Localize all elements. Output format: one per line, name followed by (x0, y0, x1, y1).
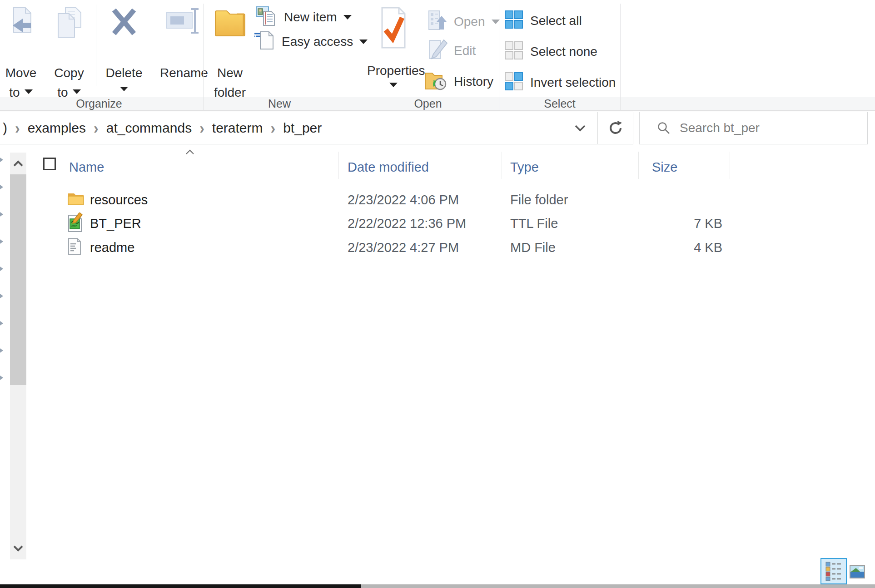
folder-icon (67, 192, 85, 208)
tree-expand-icon[interactable] (0, 183, 3, 191)
new-item-button[interactable]: New item (256, 6, 352, 28)
move-to-button[interactable]: Move to (0, 3, 42, 100)
refresh-icon (607, 119, 624, 137)
delete-icon (103, 3, 145, 56)
select-none-button[interactable]: Select none (505, 41, 597, 63)
breadcrumb-item-teraterm[interactable]: teraterm (212, 120, 263, 136)
file-name: readme (90, 240, 134, 255)
invert-selection-icon (505, 72, 523, 94)
rename-icon (159, 3, 209, 56)
file-type: File folder (510, 193, 568, 208)
tree-expand-icon[interactable] (0, 238, 3, 245)
invert-selection-button[interactable]: Invert selection (505, 72, 616, 94)
new-folder-label: New folder (214, 66, 246, 99)
delete-button[interactable]: Delete (103, 3, 145, 100)
easy-access-button[interactable]: Easy access (254, 31, 368, 53)
breadcrumb-chevron-icon[interactable]: › (271, 119, 276, 138)
column-header-size[interactable]: Size (652, 160, 677, 175)
tree-expand-icon[interactable] (0, 320, 3, 327)
select-all-checkbox[interactable] (43, 158, 56, 170)
column-header-type[interactable]: Type (510, 160, 539, 175)
breadcrumb-item-bt-per[interactable]: bt_per (283, 120, 322, 136)
breadcrumb-item-at-commands[interactable]: at_commands (106, 120, 192, 136)
breadcrumb-item-examples[interactable]: examples (28, 120, 86, 136)
copy-to-button[interactable]: Copy to (48, 3, 90, 100)
tree-expand-icon[interactable] (0, 156, 3, 163)
bottom-bar-light (361, 584, 875, 588)
ribbon-group-organize: Organize (45, 97, 154, 110)
scroll-up-button[interactable] (10, 153, 26, 174)
select-all-icon (505, 10, 523, 32)
dropdown-caret-icon (389, 83, 398, 87)
breadcrumb-chevron-icon[interactable]: › (15, 119, 20, 138)
open-button[interactable]: Open (428, 11, 500, 33)
chevron-down-icon (574, 124, 586, 132)
history-button[interactable]: History (424, 71, 493, 93)
large-icons-view-button[interactable] (850, 565, 865, 578)
ribbon-group-separator (620, 4, 621, 110)
ribbon-group-select: Select (505, 97, 614, 110)
tree-expand-icon[interactable] (0, 347, 3, 354)
breadcrumb-chevron-icon[interactable]: › (199, 119, 204, 138)
properties-button[interactable]: Properties (367, 3, 420, 100)
delete-label: Delete (106, 66, 143, 80)
easy-access-icon (254, 30, 275, 54)
move-to-icon (0, 3, 42, 56)
column-header-name[interactable]: Name (69, 160, 104, 175)
rename-button[interactable]: Rename (159, 3, 209, 100)
bottom-bar-dark (0, 584, 361, 588)
history-icon (424, 69, 447, 94)
column-separator[interactable] (338, 152, 339, 179)
edit-button[interactable]: Edit (428, 40, 476, 62)
new-folder-button[interactable]: New folder (206, 3, 254, 100)
invert-selection-label: Invert selection (530, 75, 616, 90)
breadcrumb-item-drive[interactable]: ) (3, 120, 7, 136)
dropdown-caret-icon (73, 89, 81, 94)
tree-expand-icon[interactable] (0, 292, 3, 300)
column-header-date-modified[interactable]: Date modified (348, 160, 429, 175)
tree-expand-icon[interactable] (0, 265, 3, 272)
address-dropdown-button[interactable] (563, 112, 597, 144)
search-input[interactable] (679, 120, 853, 136)
file-name: resources (90, 193, 148, 208)
ribbon-separator (96, 5, 96, 86)
ribbon-group-new: New (225, 97, 334, 110)
dropdown-caret-icon (492, 20, 500, 24)
ribbon: Move to Copy to Delete (0, 0, 875, 110)
ribbon-group-separator (360, 4, 360, 110)
md-file-icon (67, 237, 82, 257)
column-separator[interactable] (502, 152, 502, 179)
open-label: Open (454, 15, 485, 29)
file-type: TTL File (510, 216, 558, 231)
scroll-down-button[interactable] (10, 538, 26, 559)
new-folder-icon (206, 3, 254, 56)
breadcrumb-chevron-icon[interactable]: › (94, 119, 99, 138)
file-explorer-window: Move to Copy to Delete (0, 0, 875, 588)
new-item-label: New item (284, 10, 337, 25)
tree-expand-icon[interactable] (0, 211, 3, 218)
table-row-readme[interactable]: readme 2/23/2022 4:27 PM MD File 4 KB (32, 236, 804, 259)
chevron-down-icon (13, 545, 24, 552)
tree-expand-icon[interactable] (0, 374, 3, 381)
file-type: MD File (510, 240, 556, 255)
details-view-icon (825, 561, 842, 581)
vertical-scrollbar[interactable] (10, 153, 26, 559)
search-icon (657, 121, 671, 135)
column-separator[interactable] (638, 152, 639, 179)
chevron-up-icon (13, 160, 24, 167)
scrollbar-thumb[interactable] (10, 174, 26, 385)
column-separator[interactable] (730, 152, 730, 179)
breadcrumb: ) › examples › at_commands › teraterm › … (3, 112, 322, 144)
sort-ascending-icon (185, 149, 194, 155)
file-size: 4 KB (636, 240, 722, 255)
file-date-modified: 2/22/2022 12:36 PM (348, 216, 466, 231)
search-box[interactable] (639, 112, 868, 144)
dropdown-caret-icon (343, 15, 352, 20)
table-row-resources[interactable]: resources 2/23/2022 4:06 PM File folder (32, 188, 804, 212)
select-all-button[interactable]: Select all (505, 10, 582, 32)
edit-label: Edit (454, 44, 476, 58)
table-row-bt-per[interactable]: BT_PER 2/22/2022 12:36 PM TTL File 7 KB (32, 212, 804, 235)
ttl-file-icon (67, 212, 84, 234)
details-view-button[interactable] (820, 558, 847, 584)
refresh-button[interactable] (597, 112, 633, 144)
